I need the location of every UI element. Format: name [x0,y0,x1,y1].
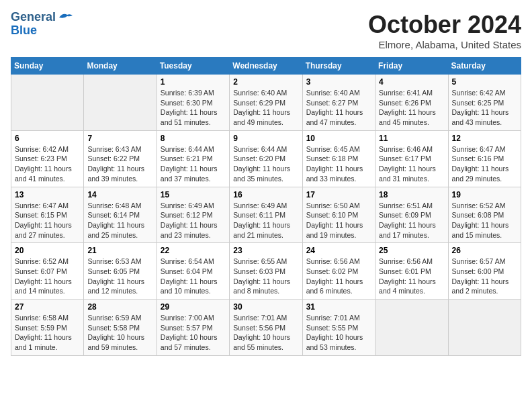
calendar-cell: 4Sunrise: 6:41 AMSunset: 6:26 PMDaylight… [375,75,448,131]
calendar-cell: 5Sunrise: 6:42 AMSunset: 6:25 PMDaylight… [448,75,521,131]
calendar-cell: 20Sunrise: 6:52 AMSunset: 6:07 PMDayligh… [11,243,84,300]
day-info: Sunrise: 6:48 AMSunset: 6:14 PMDaylight:… [87,201,152,240]
week-row-3: 13Sunrise: 6:47 AMSunset: 6:15 PMDayligh… [11,187,521,243]
day-info: Sunrise: 6:41 AMSunset: 6:26 PMDaylight:… [379,88,444,128]
logo-blue: Blue [11,24,73,38]
day-info: Sunrise: 7:01 AMSunset: 5:56 PMDaylight:… [233,313,298,353]
day-number: 22 [161,246,226,255]
day-info: Sunrise: 6:58 AMSunset: 5:59 PMDaylight:… [15,313,80,353]
calendar-cell: 9Sunrise: 6:44 AMSunset: 6:20 PMDaylight… [230,130,302,187]
logo: General Blue [11,11,73,38]
calendar-cell: 17Sunrise: 6:50 AMSunset: 6:10 PMDayligh… [302,187,375,243]
weekday-header-tuesday: Tuesday [157,58,229,75]
day-number: 16 [233,190,298,199]
calendar-cell: 8Sunrise: 6:44 AMSunset: 6:21 PMDaylight… [157,130,229,187]
calendar-cell: 27Sunrise: 6:58 AMSunset: 5:59 PMDayligh… [11,300,84,356]
day-info: Sunrise: 6:47 AMSunset: 6:16 PMDaylight:… [452,144,517,184]
calendar-cell: 2Sunrise: 6:40 AMSunset: 6:29 PMDaylight… [230,75,302,131]
day-info: Sunrise: 6:43 AMSunset: 6:22 PMDaylight:… [87,144,152,184]
day-number: 26 [452,246,517,255]
subtitle: Elmore, Alabama, United States [368,39,521,50]
calendar-cell: 1Sunrise: 6:39 AMSunset: 6:30 PMDaylight… [157,75,229,131]
calendar-cell [448,300,521,356]
day-info: Sunrise: 6:54 AMSunset: 6:04 PMDaylight:… [161,257,226,296]
calendar-cell: 22Sunrise: 6:54 AMSunset: 6:04 PMDayligh… [157,243,229,300]
page-header: General Blue October 2024 Elmore, Alabam… [11,11,521,50]
calendar-cell: 21Sunrise: 6:53 AMSunset: 6:05 PMDayligh… [84,243,157,300]
day-number: 17 [306,190,371,199]
day-number: 24 [306,246,371,255]
calendar-cell: 7Sunrise: 6:43 AMSunset: 6:22 PMDaylight… [84,130,157,187]
day-number: 9 [233,134,298,143]
calendar-cell: 3Sunrise: 6:40 AMSunset: 6:27 PMDaylight… [302,75,375,131]
header-row: SundayMondayTuesdayWednesdayThursdayFrid… [11,58,521,75]
calendar-cell: 19Sunrise: 6:52 AMSunset: 6:08 PMDayligh… [448,187,521,243]
calendar-cell: 23Sunrise: 6:55 AMSunset: 6:03 PMDayligh… [230,243,302,300]
calendar-cell: 29Sunrise: 7:00 AMSunset: 5:57 PMDayligh… [157,300,229,356]
calendar-cell: 13Sunrise: 6:47 AMSunset: 6:15 PMDayligh… [11,187,84,243]
weekday-header-saturday: Saturday [448,58,521,75]
calendar-cell: 25Sunrise: 6:56 AMSunset: 6:01 PMDayligh… [375,243,448,300]
day-number: 15 [161,190,226,199]
day-info: Sunrise: 6:57 AMSunset: 6:00 PMDaylight:… [452,257,517,296]
weekday-header-monday: Monday [84,58,157,75]
day-info: Sunrise: 6:44 AMSunset: 6:20 PMDaylight:… [233,144,298,184]
day-number: 19 [452,190,517,199]
day-number: 25 [379,246,444,255]
day-number: 20 [15,246,80,255]
day-number: 30 [233,302,298,312]
day-info: Sunrise: 6:42 AMSunset: 6:23 PMDaylight:… [15,144,80,184]
day-info: Sunrise: 6:52 AMSunset: 6:08 PMDaylight:… [452,201,517,240]
day-info: Sunrise: 6:49 AMSunset: 6:12 PMDaylight:… [161,201,226,240]
day-number: 6 [15,134,80,143]
day-info: Sunrise: 7:00 AMSunset: 5:57 PMDaylight:… [161,313,226,353]
day-info: Sunrise: 6:40 AMSunset: 6:29 PMDaylight:… [233,88,298,128]
day-info: Sunrise: 6:51 AMSunset: 6:09 PMDaylight:… [379,201,444,240]
weekday-header-wednesday: Wednesday [230,58,302,75]
day-info: Sunrise: 6:59 AMSunset: 5:58 PMDaylight:… [87,313,152,353]
week-row-2: 6Sunrise: 6:42 AMSunset: 6:23 PMDaylight… [11,130,521,187]
calendar-cell [11,75,84,131]
day-info: Sunrise: 6:55 AMSunset: 6:03 PMDaylight:… [233,257,298,296]
calendar-table: SundayMondayTuesdayWednesdayThursdayFrid… [11,57,521,356]
day-number: 18 [379,190,444,199]
day-info: Sunrise: 6:56 AMSunset: 6:01 PMDaylight:… [379,257,444,296]
calendar-cell: 15Sunrise: 6:49 AMSunset: 6:12 PMDayligh… [157,187,229,243]
calendar-cell: 30Sunrise: 7:01 AMSunset: 5:56 PMDayligh… [230,300,302,356]
day-number: 28 [87,302,152,312]
calendar-cell: 24Sunrise: 6:56 AMSunset: 6:02 PMDayligh… [302,243,375,300]
day-number: 3 [306,77,371,87]
weekday-header-friday: Friday [375,58,448,75]
day-info: Sunrise: 6:53 AMSunset: 6:05 PMDaylight:… [87,257,152,296]
calendar-cell: 12Sunrise: 6:47 AMSunset: 6:16 PMDayligh… [448,130,521,187]
day-info: Sunrise: 6:50 AMSunset: 6:10 PMDaylight:… [306,201,371,240]
weekday-header-thursday: Thursday [302,58,375,75]
day-number: 29 [161,302,226,312]
day-number: 23 [233,246,298,255]
main-title: October 2024 [368,11,521,39]
calendar-cell: 26Sunrise: 6:57 AMSunset: 6:00 PMDayligh… [448,243,521,300]
calendar-cell: 10Sunrise: 6:45 AMSunset: 6:18 PMDayligh… [302,130,375,187]
calendar-cell: 11Sunrise: 6:46 AMSunset: 6:17 PMDayligh… [375,130,448,187]
day-info: Sunrise: 6:49 AMSunset: 6:11 PMDaylight:… [233,201,298,240]
calendar-cell [375,300,448,356]
calendar-cell: 28Sunrise: 6:59 AMSunset: 5:58 PMDayligh… [84,300,157,356]
day-number: 13 [15,190,80,199]
day-number: 7 [87,134,152,143]
day-info: Sunrise: 6:42 AMSunset: 6:25 PMDaylight:… [452,88,517,128]
day-info: Sunrise: 6:46 AMSunset: 6:17 PMDaylight:… [379,144,444,184]
weekday-header-sunday: Sunday [11,58,84,75]
day-info: Sunrise: 7:01 AMSunset: 5:55 PMDaylight:… [306,313,371,353]
day-number: 10 [306,134,371,143]
calendar-cell: 18Sunrise: 6:51 AMSunset: 6:09 PMDayligh… [375,187,448,243]
day-number: 2 [233,77,298,87]
week-row-1: 1Sunrise: 6:39 AMSunset: 6:30 PMDaylight… [11,75,521,131]
logo-bird-icon [58,12,73,23]
day-number: 4 [379,77,444,87]
week-row-5: 27Sunrise: 6:58 AMSunset: 5:59 PMDayligh… [11,300,521,356]
day-number: 8 [161,134,226,143]
day-info: Sunrise: 6:45 AMSunset: 6:18 PMDaylight:… [306,144,371,184]
calendar-cell [84,75,157,131]
calendar-cell: 16Sunrise: 6:49 AMSunset: 6:11 PMDayligh… [230,187,302,243]
day-number: 31 [306,302,371,312]
